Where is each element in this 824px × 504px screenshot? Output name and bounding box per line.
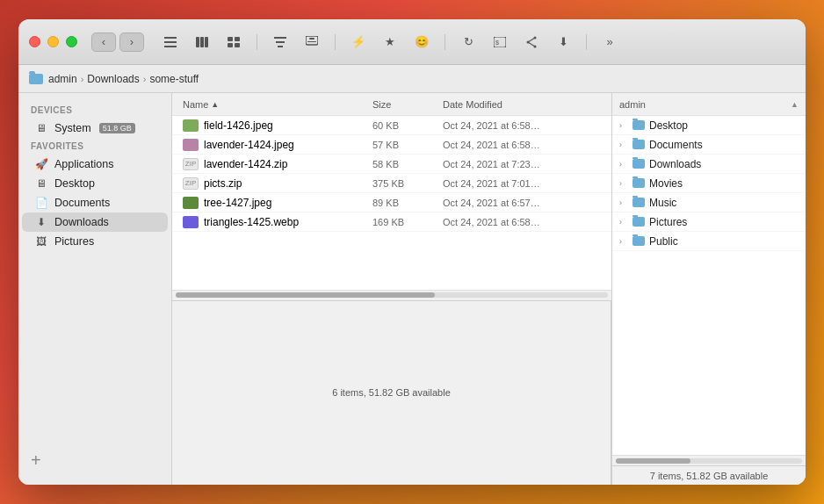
titlebar: ‹ › ⚡ ★ 😊 ↻ xyxy=(18,19,806,65)
file-size: 169 KB xyxy=(372,217,443,227)
folder-name: Desktop xyxy=(649,119,688,132)
folder-icon xyxy=(632,120,645,130)
table-row[interactable]: lavender-1424.jpeg57 KBOct 24, 2021 at 6… xyxy=(172,135,611,155)
pictures-label: Pictures xyxy=(54,235,94,248)
refresh-button[interactable]: ↻ xyxy=(456,32,481,52)
file-thumbnail xyxy=(183,139,199,151)
file-pane: Name ▲ Size Date Modified field-1426.jpe… xyxy=(172,93,612,485)
add-sidebar-item-button[interactable]: + xyxy=(18,445,171,476)
list-item[interactable]: ›Desktop xyxy=(612,116,806,135)
gallery-view-button[interactable] xyxy=(221,32,246,52)
folder-name: Movies xyxy=(649,177,683,190)
file-date: Oct 24, 2021 at 6:58… xyxy=(443,140,601,150)
emoji-button[interactable]: 😊 xyxy=(409,32,434,52)
download-button[interactable]: ⬇ xyxy=(551,32,575,52)
file-thumbnail xyxy=(183,119,199,132)
favorites-label: Favorites xyxy=(18,138,171,155)
scrollbar-track-right[interactable] xyxy=(616,458,802,464)
share-button[interactable] xyxy=(519,32,544,52)
size-column-header[interactable]: Size xyxy=(372,99,443,110)
flash-button[interactable]: ⚡ xyxy=(346,32,371,52)
minimize-button[interactable] xyxy=(47,36,59,47)
file-name: lavender-1424.zip xyxy=(204,158,372,170)
svg-rect-9 xyxy=(235,43,240,47)
folder-name: Public xyxy=(649,235,678,248)
file-list-container: field-1426.jpeg60 KBOct 24, 2021 at 6:58… xyxy=(172,116,611,300)
svg-rect-13 xyxy=(306,36,318,45)
chevron-right-icon: › xyxy=(619,218,628,227)
table-row[interactable]: ZIPlavender-1424.zip58 KBOct 24, 2021 at… xyxy=(172,155,611,174)
breadcrumb-bar: admin › Downloads › some-stuff xyxy=(18,65,806,93)
forward-button[interactable]: › xyxy=(119,32,144,52)
file-name: tree-1427.jpeg xyxy=(204,197,372,209)
breadcrumb-some-stuff[interactable]: some-stuff xyxy=(149,73,199,85)
sidebar-item-downloads[interactable]: ⬇ Downloads xyxy=(22,212,168,232)
column-folder-list: ›Desktop›Documents›Downloads›Movies›Musi… xyxy=(612,116,806,455)
svg-rect-0 xyxy=(164,37,177,39)
file-pane-status: 6 items, 51.82 GB available xyxy=(172,300,611,486)
file-date: Oct 24, 2021 at 6:57… xyxy=(443,198,601,208)
sort-button[interactable] xyxy=(268,32,293,52)
list-item[interactable]: ›Pictures xyxy=(612,212,806,232)
file-date: Oct 24, 2021 at 6:58… xyxy=(443,217,601,227)
terminal-button[interactable]: $ xyxy=(488,32,512,52)
sidebar-item-applications[interactable]: 🚀 Applications xyxy=(22,155,168,174)
close-button[interactable] xyxy=(29,36,40,47)
scrollbar-thumb-left[interactable] xyxy=(176,292,435,298)
table-row[interactable]: ZIPpicts.zip375 KBOct 24, 2021 at 7:01… xyxy=(172,174,611,193)
list-item[interactable]: ›Public xyxy=(612,232,806,251)
chevron-right-icon: › xyxy=(619,160,628,169)
applications-label: Applications xyxy=(54,158,113,170)
file-name: triangles-1425.webp xyxy=(204,216,372,228)
table-row[interactable]: tree-1427.jpeg89 KBOct 24, 2021 at 6:57… xyxy=(172,193,611,212)
svg-line-21 xyxy=(528,38,535,42)
svg-rect-1 xyxy=(164,41,177,43)
folder-icon xyxy=(632,198,645,207)
modified-column-header[interactable]: Date Modified xyxy=(443,99,601,110)
scrollbar-track-left[interactable] xyxy=(176,292,608,298)
sidebar-item-desktop[interactable]: 🖥 Desktop xyxy=(22,174,168,193)
folder-name: Documents xyxy=(649,139,703,151)
columns-view-button[interactable] xyxy=(190,32,214,52)
file-list-scrollbar[interactable] xyxy=(172,290,611,300)
file-name: field-1426.jpeg xyxy=(204,119,372,132)
svg-rect-7 xyxy=(235,37,240,41)
list-item[interactable]: ›Movies xyxy=(612,174,806,193)
list-item[interactable]: ›Documents xyxy=(612,135,806,155)
file-size: 57 KB xyxy=(372,140,443,150)
pictures-icon: 🖼 xyxy=(34,235,48,248)
svg-text:$: $ xyxy=(495,40,499,46)
folder-name: Music xyxy=(649,197,676,209)
back-button[interactable]: ‹ xyxy=(91,32,116,52)
list-item[interactable]: ›Music xyxy=(612,193,806,212)
table-row[interactable]: field-1426.jpeg60 KBOct 24, 2021 at 6:58… xyxy=(172,116,611,135)
breadcrumb-sep-1: › xyxy=(81,74,84,84)
sidebar-item-pictures[interactable]: 🖼 Pictures xyxy=(22,232,168,251)
column-pane-status: 7 items, 51.82 GB available xyxy=(612,465,806,485)
breadcrumb-admin[interactable]: admin xyxy=(48,73,77,85)
file-thumbnail: ZIP xyxy=(183,158,199,170)
svg-rect-8 xyxy=(228,43,233,47)
maximize-button[interactable] xyxy=(66,36,77,47)
list-item[interactable]: ›Downloads xyxy=(612,155,806,174)
folder-icon xyxy=(632,217,645,227)
table-row[interactable]: triangles-1425.webp169 KBOct 24, 2021 at… xyxy=(172,212,611,232)
folder-icon xyxy=(632,236,645,246)
more-button[interactable]: » xyxy=(597,32,622,52)
sidebar-item-documents[interactable]: 📄 Documents xyxy=(22,193,168,212)
system-icon: 🖥 xyxy=(34,122,48,134)
list-view-button[interactable] xyxy=(158,32,183,52)
sidebar-item-system[interactable]: 🖥 System 51.8 GB xyxy=(22,119,168,138)
name-column-header[interactable]: Name ▲ xyxy=(183,99,372,110)
nav-buttons: ‹ › xyxy=(91,32,144,52)
file-date: Oct 24, 2021 at 6:58… xyxy=(443,120,601,131)
file-name: picts.zip xyxy=(204,177,372,190)
svg-line-22 xyxy=(528,42,535,47)
favorites-button[interactable]: ★ xyxy=(378,32,402,52)
scrollbar-thumb-right[interactable] xyxy=(616,458,690,464)
toolbar-group: ⚡ ★ 😊 ↻ $ ⬇ » xyxy=(158,32,622,52)
breadcrumb-downloads[interactable]: Downloads xyxy=(87,73,139,85)
traffic-lights xyxy=(29,36,77,47)
action-button[interactable] xyxy=(300,32,324,52)
column-pane-scrollbar[interactable] xyxy=(612,455,806,465)
